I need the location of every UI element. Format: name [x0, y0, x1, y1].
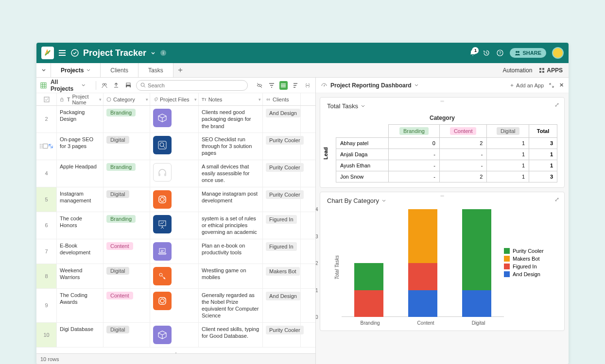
table-row[interactable]: On-page SEO for 3 pagesDigitalSEO Checkl… — [36, 133, 315, 160]
expand-icon[interactable]: ⤢ — [554, 101, 559, 108]
close-icon[interactable]: ✕ — [559, 82, 564, 88]
table-row[interactable]: 4Apple HeadpadBrandingA small devices th… — [36, 160, 315, 187]
row-height-icon[interactable] — [303, 81, 311, 90]
expand-icon[interactable] — [549, 83, 554, 88]
group-icon[interactable] — [279, 81, 288, 90]
cell-files[interactable] — [150, 212, 199, 239]
expand-row-icon[interactable] — [48, 143, 53, 149]
cell-files[interactable] — [150, 289, 199, 322]
cell-project-name[interactable]: Weekend Warriors — [57, 264, 104, 288]
cell-category[interactable]: Branding — [104, 160, 150, 187]
cell-category[interactable]: Digital — [104, 187, 150, 212]
table-row[interactable]: 10Digi DatabaseDigitalClient need skills… — [36, 323, 315, 347]
cell-files[interactable] — [150, 187, 199, 212]
drag-handle-icon[interactable]: ═ — [440, 193, 444, 199]
cell-files[interactable] — [150, 323, 199, 347]
search-input[interactable] — [148, 83, 243, 88]
cell-project-name[interactable]: The code Honors — [57, 212, 104, 239]
history-icon[interactable] — [483, 49, 490, 57]
app-logo[interactable] — [41, 47, 54, 59]
menu-icon[interactable] — [58, 49, 67, 57]
cell-category[interactable]: Branding — [104, 212, 150, 239]
hide-icon[interactable] — [256, 81, 264, 90]
cell-project-name[interactable]: E-Book development — [57, 239, 104, 264]
chevron-down-icon[interactable] — [415, 83, 418, 87]
cell-files[interactable] — [150, 264, 199, 288]
row-index[interactable]: 4 — [36, 160, 57, 187]
info-icon[interactable]: i — [160, 50, 167, 56]
cell-notes[interactable]: system is a set of rules or ethical prin… — [199, 212, 263, 239]
column-header-notes[interactable]: Tт Notes ▾ — [199, 93, 263, 105]
chevron-down-icon[interactable] — [150, 50, 156, 56]
cell-notes[interactable]: SEO Checklist run through for 3 solution… — [199, 133, 263, 160]
tabs-expand-button[interactable] — [36, 63, 51, 77]
cell-category[interactable]: Digital — [104, 133, 150, 160]
drag-icon[interactable] — [39, 143, 43, 149]
cell-client[interactable]: Figured In — [263, 212, 301, 239]
row-index[interactable]: 9 — [36, 289, 57, 322]
add-row-button[interactable]: ＋ — [36, 347, 315, 353]
export-icon[interactable] — [112, 81, 121, 90]
row-index[interactable]: 5 — [36, 187, 57, 212]
notifications-button[interactable]: 1 — [469, 49, 477, 57]
tab-clients[interactable]: Clients — [101, 63, 138, 77]
cell-client[interactable]: And Design — [263, 106, 301, 132]
drag-handle-icon[interactable]: ═ — [440, 99, 444, 104]
cell-notes[interactable]: Plan an e-book on productivity tools — [199, 239, 263, 264]
cell-client[interactable]: Makers Bot — [263, 264, 301, 288]
avatar[interactable] — [552, 47, 564, 59]
table-row[interactable]: 9The Coding AwardsContentGenerally regar… — [36, 289, 315, 323]
filter-icon[interactable] — [268, 81, 276, 90]
cell-category[interactable]: Digital — [104, 264, 150, 288]
row-index[interactable] — [36, 133, 57, 160]
add-tab-button[interactable]: ＋ — [173, 63, 187, 77]
cell-client[interactable]: Purity Cooler — [263, 160, 301, 187]
cell-category[interactable]: Content — [104, 289, 150, 322]
share-button[interactable]: SHARE — [510, 48, 546, 58]
expand-icon[interactable]: ⤢ — [554, 196, 559, 203]
row-index[interactable]: 10 — [36, 323, 57, 347]
cell-notes[interactable]: Clients need good packaging design for t… — [199, 106, 263, 132]
table-row[interactable]: 2Packaging DesignBrandingClients need go… — [36, 106, 315, 133]
row-index[interactable]: 6 — [36, 212, 57, 239]
checkbox-icon[interactable] — [43, 143, 48, 149]
automation-link[interactable]: Automation — [503, 67, 533, 74]
cell-notes[interactable]: Generally regarded as the Nobel Prize eq… — [199, 289, 263, 322]
cell-files[interactable] — [150, 133, 199, 160]
table-row[interactable]: 7E-Book developmentContentPlan an e-book… — [36, 239, 315, 264]
table-row[interactable]: 5Instagram managementDigitalManage insta… — [36, 187, 315, 212]
sort-icon[interactable] — [292, 81, 300, 90]
add-app-button[interactable]: ＋ Add an App — [509, 82, 544, 89]
cell-files[interactable] — [150, 106, 199, 132]
table-row[interactable]: 8Weekend WarriorsDigitalWrestling game o… — [36, 264, 315, 289]
cell-project-name[interactable]: Packaging Design — [57, 106, 104, 132]
cell-files[interactable] — [150, 239, 199, 264]
row-index[interactable]: 7 — [36, 239, 57, 264]
cell-client[interactable]: Purity Cooler — [263, 323, 301, 347]
cell-notes[interactable]: A small devices that easily assessible f… — [199, 160, 263, 187]
tab-projects[interactable]: Projects — [51, 63, 101, 77]
cell-client[interactable]: And Design — [263, 289, 301, 322]
cell-notes[interactable]: Wrestling game on mobiles — [199, 264, 263, 288]
share-view-icon[interactable] — [100, 81, 108, 90]
column-header-category[interactable]: Category ▾ — [104, 93, 150, 105]
table-body[interactable]: 2Packaging DesignBrandingClients need go… — [36, 106, 315, 353]
view-selector[interactable]: All Projects — [51, 79, 86, 92]
cell-category[interactable]: Digital — [104, 323, 150, 347]
cell-client[interactable]: Purity Cooler — [263, 187, 301, 212]
search-field[interactable] — [136, 80, 248, 91]
column-header-name[interactable]: T Project Name ▾ — [57, 93, 104, 105]
cell-category[interactable]: Branding — [104, 106, 150, 132]
cell-notes[interactable]: Client need skills, typing for Good Data… — [199, 323, 263, 347]
cell-category[interactable]: Content — [104, 239, 150, 264]
chevron-down-icon[interactable] — [361, 104, 365, 108]
print-icon[interactable] — [124, 81, 132, 90]
grid-icon[interactable] — [40, 82, 47, 89]
cell-project-name[interactable]: Instagram management — [57, 187, 104, 212]
row-index[interactable]: 2 — [36, 106, 57, 132]
apps-link[interactable]: APPS — [539, 67, 563, 74]
cell-notes[interactable]: Manage instagram post development — [199, 187, 263, 212]
chevron-down-icon[interactable] — [382, 199, 386, 203]
column-header-clients[interactable]: Clients — [263, 93, 301, 105]
cell-client[interactable]: Purity Cooler — [263, 133, 301, 160]
